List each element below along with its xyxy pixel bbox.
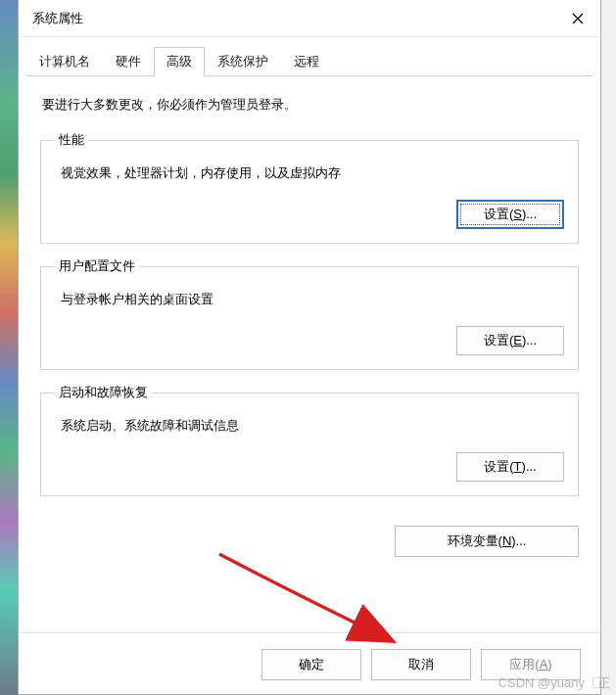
startup-desc: 系统启动、系统故障和调试信息 (61, 417, 564, 435)
cancel-button[interactable]: 取消 (371, 649, 471, 680)
close-icon (572, 13, 584, 24)
startup-legend: 启动和故障恢复 (55, 384, 152, 401)
tab-advanced[interactable]: 高级 (154, 47, 205, 76)
tab-hardware[interactable]: 硬件 (103, 47, 154, 75)
env-row: 环境变量(N)... (40, 510, 579, 567)
system-properties-dialog: 系统属性 计算机名 硬件 高级 系统保护 远程 要进行大多数更改，你必须作为管理… (18, 0, 601, 695)
tab-system-protection[interactable]: 系统保护 (205, 47, 281, 75)
tab-computer-name[interactable]: 计算机名 (26, 47, 103, 75)
performance-desc: 视觉效果，处理器计划，内存使用，以及虚拟内存 (61, 164, 564, 182)
env-button-label: 环境变量(N)... (448, 533, 527, 548)
startup-settings-button[interactable]: 设置(T)... (456, 452, 564, 482)
environment-variables-button[interactable]: 环境变量(N)... (395, 526, 579, 557)
tabs-bar: 计算机名 硬件 高级 系统保护 远程 (26, 47, 592, 76)
titlebar: 系统属性 (19, 0, 600, 37)
profiles-desc: 与登录帐户相关的桌面设置 (61, 291, 564, 308)
dialog-title: 系统属性 (32, 10, 83, 27)
performance-group: 性能 视觉效果，处理器计划，内存使用，以及虚拟内存 设置(S)... (40, 131, 579, 244)
background-strip (0, 0, 18, 695)
apply-label: 应用(A) (509, 657, 551, 672)
close-button[interactable] (567, 8, 589, 29)
admin-notice: 要进行大多数更改，你必须作为管理员登录。 (42, 96, 579, 114)
profiles-legend: 用户配置文件 (55, 257, 139, 275)
user-profiles-group: 用户配置文件 与登录帐户相关的桌面设置 设置(E)... (40, 257, 579, 370)
ok-button[interactable]: 确定 (261, 649, 361, 680)
tab-remote[interactable]: 远程 (281, 47, 332, 75)
content-area: 要进行大多数更改，你必须作为管理员登录。 性能 视觉效果，处理器计划，内存使用，… (19, 76, 600, 632)
watermark: CSDN @yuany〔正 (498, 674, 610, 692)
performance-settings-button[interactable]: 设置(S)... (456, 200, 564, 229)
profiles-settings-button[interactable]: 设置(E)... (456, 326, 564, 355)
performance-legend: 性能 (55, 131, 88, 149)
startup-recovery-group: 启动和故障恢复 系统启动、系统故障和调试信息 设置(T)... (40, 384, 579, 496)
